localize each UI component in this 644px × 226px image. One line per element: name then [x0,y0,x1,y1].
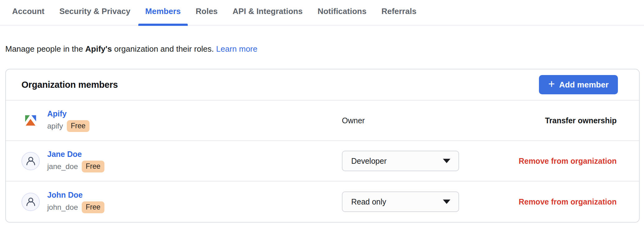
description-text-suffix: organization and their roles. [112,44,216,54]
apify-logo-icon [24,114,37,127]
member-role-text: Owner [342,116,365,125]
member-username: john_doe [47,203,78,212]
tab-api-integrations[interactable]: API & Integrations [226,0,309,25]
person-icon [25,155,37,167]
chevron-down-icon [443,159,450,163]
learn-more-link[interactable]: Learn more [216,44,257,54]
settings-tab-bar: Account Security & Privacy Members Roles… [0,0,644,26]
tab-roles[interactable]: Roles [189,0,225,25]
add-member-button-label: Add member [559,80,609,90]
role-select[interactable]: Read only [342,191,459,212]
role-select-value: Developer [351,157,387,166]
page-description: Manage people in the Apify's organizatio… [5,43,644,54]
member-name-link[interactable]: Apify [47,109,67,119]
person-icon [25,196,37,208]
tab-referrals[interactable]: Referrals [375,0,423,25]
tab-account[interactable]: Account [5,0,51,25]
tab-members[interactable]: Members [138,0,187,25]
description-text-prefix: Manage people in the [5,44,85,54]
avatar [21,152,40,170]
remove-from-organization-button[interactable]: Remove from organization [519,197,617,206]
member-name-link[interactable]: John Doe [47,190,83,200]
member-username: jane_doe [47,162,78,171]
transfer-ownership-button[interactable]: Transfer ownership [545,116,617,125]
member-username: apify [47,121,63,131]
role-select[interactable]: Developer [342,151,459,171]
plan-badge: Free [67,120,90,132]
add-member-button[interactable]: + Add member [539,75,618,94]
org-name-text: Apify's [85,44,112,54]
remove-from-organization-button[interactable]: Remove from organization [519,157,617,165]
member-row-jane-doe: Jane Doe jane_doe Free Developer Remove … [6,141,639,181]
member-row-apify: Apify apify Free Owner Transfer ownershi… [6,101,639,141]
plan-badge: Free [82,161,104,172]
organization-members-card: Organization members + Add member Apify … [5,69,640,223]
tab-notifications[interactable]: Notifications [311,0,373,25]
member-row-john-doe: John Doe john_doe Free Read only Remove … [6,181,639,222]
member-name-link[interactable]: Jane Doe [47,149,82,159]
card-header: Organization members + Add member [6,69,639,101]
card-title: Organization members [21,80,118,90]
tab-security-privacy[interactable]: Security & Privacy [53,0,137,25]
plus-icon: + [548,78,555,90]
avatar [21,193,40,211]
role-select-value: Read only [351,197,386,206]
plan-badge: Free [82,201,104,213]
chevron-down-icon [443,200,450,204]
